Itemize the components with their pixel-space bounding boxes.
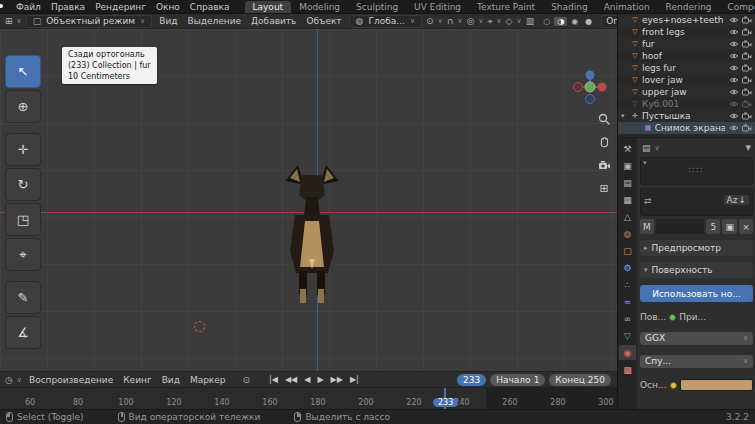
gizmos-chevron-icon[interactable]: ∨ xyxy=(496,17,501,25)
pivot-icon[interactable]: ⊙ xyxy=(424,16,436,26)
deer-model[interactable] xyxy=(283,163,341,305)
outliner-item-fur[interactable]: ▽ fur xyxy=(618,38,755,50)
outliner-item-eyes-nose-teeth[interactable]: ▽ eyes+nose+teeth xyxy=(618,14,755,26)
tool-scale[interactable]: ◳ xyxy=(5,203,41,236)
browse-material-button[interactable]: М xyxy=(640,219,654,234)
users-count-button[interactable]: 5 xyxy=(706,219,720,234)
shading-rendered-icon[interactable]: ● xyxy=(582,17,595,26)
object-name[interactable]: fur xyxy=(642,39,655,49)
swap-icon[interactable]: ⇄ xyxy=(644,196,652,206)
menu-view-timeline[interactable]: Вид xyxy=(157,375,185,385)
menu-view[interactable]: Вид xyxy=(154,16,182,26)
frame-end-field[interactable]: Конец 250 xyxy=(549,374,611,386)
outliner-item-upper-jaw[interactable]: ▽ upper jaw xyxy=(618,86,755,98)
disable-render-icon[interactable] xyxy=(742,124,752,132)
snap-chevron-icon[interactable]: ∨ xyxy=(457,17,462,25)
props-tab-particles[interactable]: ∴ xyxy=(619,277,636,292)
hide-viewport-icon[interactable] xyxy=(729,52,739,60)
base-color-swatch[interactable] xyxy=(680,379,754,391)
menu-keying[interactable]: Кеинг xyxy=(118,375,156,385)
proportional-editing-icon[interactable]: ◎ xyxy=(464,16,476,26)
play-button[interactable]: ▶ xyxy=(314,375,326,384)
proportional-chevron-icon[interactable]: ∨ xyxy=(478,17,483,25)
menu-help[interactable]: Справка xyxy=(185,2,235,12)
tab-sculpting[interactable]: Sculpting xyxy=(348,1,406,13)
mode-dropdown[interactable]: ▢ Объектный режим ∨ xyxy=(26,15,153,28)
object-name[interactable]: front legs xyxy=(642,27,685,37)
surface-panel-header[interactable]: ▾ Поверхность xyxy=(640,262,753,278)
hide-viewport-icon[interactable] xyxy=(729,28,739,36)
object-name[interactable]: lover jaw xyxy=(642,75,683,85)
shading-solid-icon[interactable]: ◑ xyxy=(554,17,567,26)
expander-icon[interactable]: ▾ xyxy=(621,112,628,120)
frame-start-field[interactable]: Начало 1 xyxy=(490,374,545,386)
props-tab-world[interactable]: ◍ xyxy=(619,226,636,241)
editor-type-icon[interactable]: ◷ xyxy=(3,375,15,385)
editor-type-icon[interactable]: ▤ xyxy=(640,143,653,153)
object-name[interactable]: Снимок экрана xyxy=(655,123,725,133)
props-tab-output[interactable]: ▤ xyxy=(619,175,636,190)
object-name[interactable]: Пустышка xyxy=(642,111,691,121)
subsurface-method-select[interactable]: Спу... ∨ xyxy=(640,355,753,368)
overlays-toggle-icon[interactable]: ◇ xyxy=(504,16,515,26)
tab-compositing[interactable]: Compositing xyxy=(720,1,755,13)
props-tab-view-layer[interactable]: ▦ xyxy=(619,192,636,207)
chevron-down-icon[interactable]: ∨ xyxy=(655,144,660,152)
props-tab-render[interactable]: ▣ xyxy=(619,158,636,173)
tool-move[interactable]: ✛ xyxy=(5,133,41,166)
menu-render[interactable]: Рендеринг xyxy=(90,2,151,12)
toggle-grid-icon[interactable]: ⊞ xyxy=(596,180,612,196)
disable-render-icon[interactable] xyxy=(742,40,752,48)
xray-toggle-icon[interactable]: ▥ xyxy=(524,16,537,26)
object-name[interactable]: Куб.001 xyxy=(642,99,679,109)
jump-end-button[interactable]: ▶| xyxy=(347,375,362,384)
tab-shading[interactable]: Shading xyxy=(543,1,596,13)
menu-object[interactable]: Объект xyxy=(301,16,346,26)
editor-type-icon[interactable]: ⊞ xyxy=(3,16,15,26)
object-name[interactable]: legs fur xyxy=(642,63,676,73)
props-tab-scene[interactable]: △ xyxy=(619,209,636,224)
menu-edit[interactable]: Правка xyxy=(46,2,90,12)
overlays-chevron-icon[interactable]: ∨ xyxy=(517,17,522,25)
fake-user-icon[interactable]: ▣ xyxy=(722,219,737,234)
tool-rotate[interactable]: ↻ xyxy=(5,168,41,201)
slot-list-box[interactable]: ⇄ Az ↓ xyxy=(640,188,753,216)
hide-viewport-icon[interactable] xyxy=(729,40,739,48)
props-tab-texture[interactable]: ▩ xyxy=(619,362,636,377)
editor-type-chevron-icon[interactable]: ∨ xyxy=(17,376,22,384)
menu-add[interactable]: Добавить xyxy=(246,16,301,26)
timeline-ruler[interactable]: 6080100120140160180200220240260280300 23… xyxy=(0,387,617,409)
outliner-item-pustyshka[interactable]: ▾ ✛ Пустышка xyxy=(618,110,755,122)
gizmos-toggle-icon[interactable]: ⌖ xyxy=(485,16,494,27)
disable-render-icon[interactable] xyxy=(742,112,752,120)
unlink-icon[interactable]: × xyxy=(739,219,753,234)
props-tab-constraints[interactable]: ∞ xyxy=(619,311,636,326)
current-frame-field[interactable]: 233 xyxy=(457,374,486,386)
outliner-item-hoof[interactable]: ▽ hoof xyxy=(618,50,755,62)
disable-render-icon[interactable] xyxy=(742,100,752,108)
disable-render-icon[interactable] xyxy=(742,64,752,72)
pivot-chevron-icon[interactable]: ∨ xyxy=(438,17,443,25)
hide-viewport-icon[interactable] xyxy=(729,16,739,24)
filter-icon[interactable]: ▼ xyxy=(744,144,753,152)
hide-viewport-icon[interactable] xyxy=(729,124,739,132)
disable-render-icon[interactable] xyxy=(742,52,752,60)
disable-render-icon[interactable] xyxy=(742,88,752,96)
shading-wireframe-icon[interactable]: ○ xyxy=(540,17,553,26)
tab-rendering[interactable]: Rendering xyxy=(658,1,720,13)
object-name[interactable]: eyes+nose+teeth xyxy=(642,15,723,25)
tool-measure[interactable]: ∡ xyxy=(5,316,41,349)
tab-layout[interactable]: Layout xyxy=(245,1,292,13)
tool-select-box[interactable]: ↖ xyxy=(5,55,41,88)
props-tab-modifiers[interactable]: ⚙ xyxy=(619,260,636,275)
props-tab-tool[interactable]: ⚒ xyxy=(619,141,636,156)
orientation-dropdown[interactable]: ◍ Глоба... ∨ xyxy=(349,15,422,28)
tool-transform[interactable]: ⌖ xyxy=(5,238,41,271)
tool-cursor[interactable]: ⊕ xyxy=(5,90,41,123)
disable-render-icon[interactable] xyxy=(742,28,752,36)
hide-viewport-icon[interactable] xyxy=(729,88,739,96)
outliner-item-lover-jaw[interactable]: ▽ lover jaw xyxy=(618,74,755,86)
next-keyframe-button[interactable]: ▶▶ xyxy=(328,375,346,384)
menu-file[interactable]: Файл xyxy=(11,2,46,12)
playhead-frame-chip[interactable]: 233 xyxy=(433,398,458,407)
